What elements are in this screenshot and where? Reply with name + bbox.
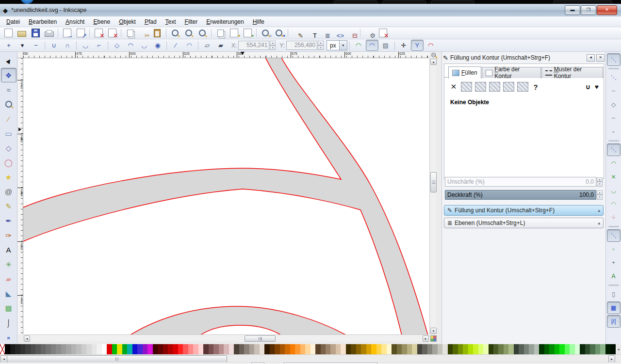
menu-datei[interactable]: Datei (2, 17, 24, 27)
palette-swatch[interactable] (392, 344, 396, 354)
restore-button[interactable]: ❐ (581, 5, 596, 15)
separator[interactable] (288, 29, 288, 37)
vertical-scrollbar[interactable]: ▲ ▼ (429, 58, 436, 334)
scroll-left-button[interactable]: ◄ (24, 335, 30, 342)
palette-swatch[interactable] (15, 344, 20, 354)
menu-text[interactable]: Text (161, 17, 180, 27)
snap-enable-toggle[interactable]: ⋱ (607, 53, 621, 66)
snap-bbox-toggle[interactable]: ⋱ (607, 71, 621, 84)
palette-swatch[interactable] (76, 344, 81, 354)
palette-swatch[interactable] (539, 344, 544, 354)
align-dialog-button[interactable]: ⊟ (345, 28, 358, 39)
save-document-button[interactable] (29, 28, 42, 39)
palette-swatch[interactable] (10, 344, 15, 354)
snap-smooth-nodes-toggle[interactable]: ◠ (607, 198, 621, 210)
palette-swatch[interactable] (442, 344, 447, 354)
text-dialog-button[interactable]: T (304, 28, 317, 39)
vertical-scrollbar-thumb[interactable] (430, 172, 437, 192)
palette-swatch[interactable] (463, 344, 468, 354)
join-segment-button[interactable]: ◡ (79, 40, 92, 51)
menu-ansicht[interactable]: Ansicht (61, 17, 89, 27)
palette-swatch[interactable] (514, 344, 519, 354)
palette-swatch[interactable] (132, 344, 137, 354)
palette-swatch[interactable] (41, 344, 46, 354)
horizontal-scrollbar-thumb[interactable] (245, 335, 276, 342)
palette-swatch[interactable] (508, 344, 513, 354)
tweak-tool[interactable]: ≈ (1, 82, 16, 97)
palette-swatch[interactable] (31, 344, 35, 354)
palette-swatch[interactable] (56, 344, 61, 354)
palette-swatch[interactable] (371, 344, 376, 354)
separator[interactable] (211, 29, 212, 37)
palette-swatch[interactable] (310, 344, 315, 354)
palette-swatch[interactable] (559, 344, 564, 354)
palette-swatch[interactable] (71, 344, 76, 354)
palette-swatch[interactable] (66, 344, 71, 354)
spray-tool[interactable]: ✳ (1, 257, 16, 271)
export-button[interactable]: ↗ (74, 28, 87, 39)
palette-swatch[interactable] (330, 344, 335, 354)
snap-rotation-centers-toggle[interactable]: + (607, 256, 621, 269)
palette-swatch[interactable] (143, 344, 147, 354)
separator[interactable] (58, 29, 58, 37)
menu-filter[interactable]: Filter (180, 17, 202, 27)
print-button[interactable] (43, 28, 55, 39)
palette-swatch[interactable] (356, 344, 361, 354)
snap-guides-toggle[interactable]: |/| (607, 315, 621, 328)
open-document-button[interactable] (16, 28, 28, 39)
palette-swatch[interactable] (5, 344, 10, 354)
x-spinner[interactable]: ▴ ▾ (270, 41, 276, 50)
tab-farbe-der-kontur[interactable]: Farbe der Kontur (482, 67, 541, 78)
stroke-to-path-button[interactable]: ▰ (214, 40, 227, 51)
snap-cusp-nodes-toggle[interactable]: ◡ (607, 184, 621, 197)
titlebar[interactable]: ◆ *unendlichkeit.svg - Inkscape ▬ ❐ ✕ (0, 4, 621, 17)
palette-swatch[interactable] (549, 344, 554, 354)
palette-swatch[interactable] (239, 344, 244, 354)
palette-swatch[interactable] (97, 344, 101, 354)
separator[interactable] (166, 41, 167, 50)
snap-path-intersections-toggle[interactable]: ✕ (607, 171, 621, 183)
snap-nodes-toggle[interactable]: ⋱ (607, 143, 621, 156)
object-to-path-button[interactable]: ▱ (201, 40, 213, 51)
zoom-page-button[interactable] (196, 28, 209, 39)
snap-object-centers-toggle[interactable]: ▫ (607, 243, 621, 255)
palette-swatch[interactable] (300, 344, 305, 354)
separator[interactable] (608, 68, 619, 69)
close-button[interactable]: ✕ (597, 5, 617, 15)
zoom-drawing-button[interactable] (182, 28, 195, 39)
palette-swatch[interactable] (529, 344, 534, 354)
palette-swatch[interactable] (483, 344, 488, 354)
palette-swatch[interactable] (524, 344, 529, 354)
box3d-tool[interactable]: ◇ (1, 141, 16, 155)
menu-pfad[interactable]: Pfad (140, 17, 161, 27)
palette-swatch[interactable] (203, 344, 208, 354)
cut-button[interactable]: ✂ (137, 28, 150, 39)
separator[interactable] (121, 29, 121, 37)
palette-swatch[interactable] (610, 344, 615, 354)
scroll-right-button[interactable]: ► (608, 355, 615, 363)
palette-swatch[interactable] (468, 344, 473, 354)
zoom-tool[interactable] (1, 97, 16, 111)
palette-swatch[interactable] (448, 344, 453, 354)
palette-swatch[interactable] (585, 344, 590, 354)
path-ring-shape[interactable] (127, 306, 349, 334)
palette-swatch[interactable] (168, 344, 173, 354)
palette-swatch[interactable] (275, 344, 279, 354)
vertical-ruler[interactable]: 275250225200175 (17, 58, 23, 334)
palette-swatch[interactable] (86, 344, 91, 354)
panel-undock-button[interactable]: ◄ (587, 54, 595, 62)
bezier-tool[interactable]: ✒ (1, 213, 16, 228)
unit-select[interactable]: px ▼ (327, 40, 347, 50)
delete-node-button[interactable]: − (30, 40, 42, 51)
palette-swatch[interactable] (519, 344, 523, 354)
separator[interactable] (45, 41, 45, 50)
separator[interactable] (256, 29, 257, 37)
palette-swatch[interactable] (315, 344, 320, 354)
join-nodes-button[interactable]: ∪ (48, 40, 60, 51)
palette-swatch[interactable] (254, 344, 259, 354)
palette-scroll-left-button[interactable]: ◄ (616, 344, 621, 354)
palette-swatch[interactable] (544, 344, 549, 354)
x-coordinate-field[interactable]: 554,241 (238, 41, 269, 50)
palette-swatch[interactable] (61, 344, 66, 354)
palette-swatch[interactable] (147, 344, 152, 354)
